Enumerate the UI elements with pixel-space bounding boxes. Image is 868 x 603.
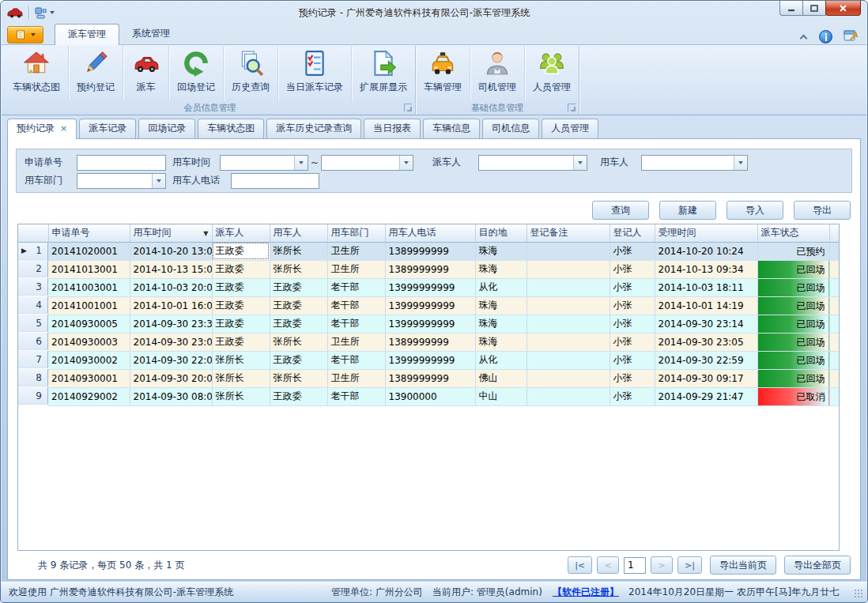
cell-use-time[interactable]: 2014-10-01 16:00 bbox=[130, 296, 212, 315]
document-tab[interactable]: 车辆信息 bbox=[423, 119, 480, 138]
chevron-down-icon[interactable] bbox=[734, 156, 747, 170]
cell-destination[interactable]: 珠海 bbox=[475, 315, 526, 333]
cell-phone[interactable]: 1389999999 bbox=[385, 242, 475, 260]
cell-use-time[interactable]: 2014-10-13 15:00 bbox=[130, 260, 212, 278]
cell-dept[interactable]: 老干部 bbox=[327, 296, 385, 315]
cell-use-time[interactable]: 2014-09-30 22:00 bbox=[130, 351, 212, 369]
cell-destination[interactable]: 中山 bbox=[475, 387, 526, 405]
action-button[interactable]: 导出 bbox=[794, 201, 851, 220]
cell-use-time[interactable]: 2014-09-30 20:00 bbox=[130, 369, 212, 387]
document-tab[interactable]: 当日报表 bbox=[364, 119, 421, 138]
cell-dispatcher[interactable]: 王政委 bbox=[212, 278, 270, 296]
cell-order-no[interactable]: 20140930003 bbox=[48, 333, 130, 351]
cell-dispatch-status[interactable]: 已回场 bbox=[757, 369, 829, 387]
cell-remark[interactable] bbox=[526, 278, 609, 296]
cell-accept-time[interactable]: 2014-09-30 09:17 bbox=[655, 369, 757, 387]
cell-dept[interactable]: 老干部 bbox=[327, 387, 385, 405]
action-button[interactable]: 查询 bbox=[592, 201, 649, 220]
cell-dept[interactable]: 卫生所 bbox=[327, 260, 385, 278]
cell-user[interactable]: 王政委 bbox=[270, 296, 327, 315]
ribbon-button[interactable]: 预约登记 bbox=[68, 46, 123, 101]
cell-user[interactable]: 张所长 bbox=[270, 242, 327, 260]
column-header[interactable]: 用车人 bbox=[270, 224, 327, 242]
info-icon[interactable] bbox=[819, 30, 832, 43]
document-tab[interactable]: 司机信息 bbox=[482, 119, 539, 138]
phone-input[interactable] bbox=[231, 173, 319, 189]
row-header[interactable]: ▶1 bbox=[18, 243, 48, 260]
row-header[interactable]: 4 bbox=[18, 296, 48, 314]
table-row[interactable]: 5 20140930005 2014-09-30 23:30 王政委 王政委 老… bbox=[18, 315, 839, 333]
column-header[interactable] bbox=[18, 224, 48, 242]
table-row[interactable]: 6 20140930003 2014-09-30 23:00 王政委 张所长 卫… bbox=[18, 333, 839, 351]
row-header[interactable]: 8 bbox=[18, 369, 48, 386]
page-number-input[interactable] bbox=[624, 557, 646, 574]
cell-dept[interactable]: 老干部 bbox=[327, 351, 385, 369]
cell-dispatch-status[interactable]: 已取消 bbox=[757, 387, 829, 405]
table-row[interactable]: 3 20141003001 2014-10-03 20:00 王政委 王政委 老… bbox=[18, 278, 839, 296]
minimize-button[interactable] bbox=[779, 1, 803, 16]
cell-user[interactable]: 王政委 bbox=[270, 387, 327, 405]
cell-destination[interactable]: 从化 bbox=[475, 351, 526, 369]
layout-grid-icon[interactable] bbox=[35, 7, 47, 19]
export-current-page-button[interactable]: 导出当前页 bbox=[710, 556, 776, 575]
cell-dispatcher[interactable]: 王政委 bbox=[212, 315, 270, 333]
collapse-ribbon-icon[interactable] bbox=[799, 33, 808, 40]
row-header[interactable]: 6 bbox=[18, 333, 48, 350]
ribbon-button[interactable]: 扩展屏显示 bbox=[351, 46, 415, 101]
ribbon-button[interactable]: 历史查询 bbox=[223, 46, 277, 101]
table-row[interactable]: 7 20140930002 2014-09-30 22:00 张所长 王政委 老… bbox=[18, 351, 839, 369]
cell-dispatcher[interactable]: 王政委 bbox=[212, 333, 270, 351]
cell-destination[interactable]: 珠海 bbox=[475, 296, 526, 315]
column-header[interactable]: 登记人 bbox=[609, 224, 655, 242]
filter-arrow-icon[interactable]: ▼ bbox=[203, 230, 208, 237]
cell-registrar[interactable]: 小张 bbox=[609, 242, 655, 260]
cell-user[interactable]: 王政委 bbox=[270, 315, 327, 333]
cell-destination[interactable]: 从化 bbox=[475, 278, 526, 296]
cell-registrar[interactable]: 小张 bbox=[609, 387, 655, 405]
cell-accept-time[interactable]: 2014-10-13 09:34 bbox=[655, 260, 757, 278]
cell-use-time[interactable]: 2014-10-20 13:00 bbox=[130, 242, 212, 260]
cell-phone[interactable]: 1389999999 bbox=[385, 260, 475, 278]
cell-use-time[interactable]: 2014-09-30 23:00 bbox=[130, 333, 212, 351]
cell-order-no[interactable]: 20140930001 bbox=[48, 369, 130, 387]
ribbon-button[interactable]: 派车 bbox=[123, 46, 168, 101]
table-row[interactable]: 8 20140930001 2014-09-30 20:00 张所长 张所长 卫… bbox=[18, 369, 839, 387]
cell-use-time[interactable]: 2014-09-30 23:30 bbox=[130, 315, 212, 333]
close-button[interactable] bbox=[825, 1, 861, 16]
cell-order-no[interactable]: 20140930005 bbox=[48, 315, 130, 333]
cell-dispatcher[interactable]: 张所长 bbox=[212, 369, 270, 387]
use-time-to-combo[interactable] bbox=[321, 155, 413, 171]
cell-dispatcher[interactable]: 张所长 bbox=[212, 387, 270, 405]
ribbon-tab[interactable]: 系统管理 bbox=[119, 24, 183, 44]
cell-remark[interactable] bbox=[526, 333, 609, 351]
license-link[interactable]: 【软件已注册】 bbox=[553, 586, 619, 599]
cell-dispatch-status[interactable]: 已预约 bbox=[757, 242, 829, 260]
resize-grip[interactable] bbox=[854, 589, 863, 598]
cell-dept[interactable]: 老干部 bbox=[327, 315, 385, 333]
table-row[interactable]: ▶1 20141020001 2014-10-20 13:00 王政委 张所长 … bbox=[18, 242, 839, 260]
ribbon-button[interactable]: 车辆管理 bbox=[416, 46, 470, 101]
action-button[interactable]: 导入 bbox=[726, 201, 783, 220]
document-tab[interactable]: 人员管理 bbox=[542, 119, 598, 138]
cell-dispatch-status[interactable]: 已回场 bbox=[757, 278, 829, 296]
last-page-button[interactable]: >| bbox=[677, 556, 702, 574]
document-tab[interactable]: 车辆状态图 bbox=[198, 119, 264, 138]
document-tab[interactable]: 派车记录 bbox=[79, 119, 136, 138]
cell-destination[interactable]: 珠海 bbox=[475, 333, 526, 351]
cell-dispatcher[interactable]: 王政委 bbox=[212, 242, 270, 260]
user-combo[interactable] bbox=[641, 155, 748, 171]
cell-dispatcher[interactable]: 张所长 bbox=[212, 351, 270, 369]
cell-registrar[interactable]: 小张 bbox=[609, 296, 655, 315]
cell-destination[interactable]: 珠海 bbox=[475, 242, 526, 260]
cell-phone[interactable]: 13999999999 bbox=[385, 315, 475, 333]
table-row[interactable]: 4 20141001001 2014-10-01 16:00 王政委 王政委 老… bbox=[18, 296, 839, 315]
column-header[interactable]: 登记备注 bbox=[526, 224, 609, 242]
cell-accept-time[interactable]: 2014-09-30 23:05 bbox=[655, 333, 757, 351]
dept-combo[interactable] bbox=[77, 173, 166, 189]
column-header[interactable] bbox=[829, 224, 839, 242]
cell-registrar[interactable]: 小张 bbox=[609, 369, 655, 387]
row-header[interactable]: 5 bbox=[18, 315, 48, 332]
cell-remark[interactable] bbox=[526, 387, 609, 405]
cell-use-time[interactable]: 2014-09-30 08:00 bbox=[130, 387, 212, 405]
cell-phone[interactable]: 13900000 bbox=[385, 387, 475, 405]
